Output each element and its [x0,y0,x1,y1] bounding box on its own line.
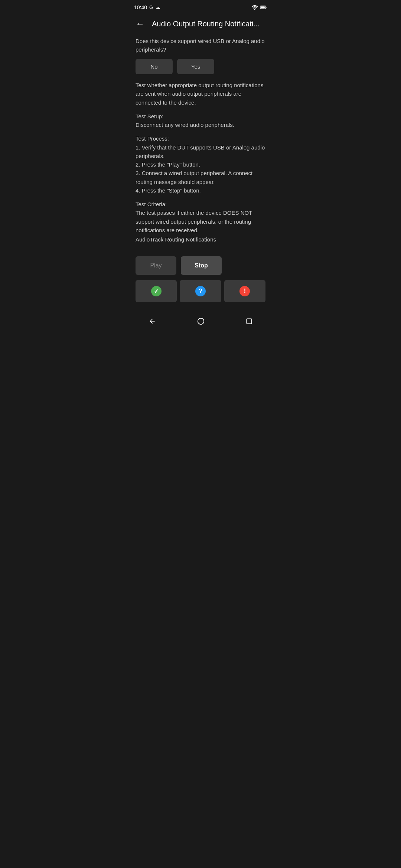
stop-button[interactable]: Stop [181,256,222,275]
status-bar-left: 10:40 G ☁ [134,4,160,11]
content-area: Does this device support wired USB or An… [128,34,273,256]
toolbar: ← Audio Output Routing Notificati... [128,13,273,34]
page-title: Audio Output Routing Notificati... [152,18,267,29]
criteria-body: The test passes if either the device DOE… [136,208,265,234]
play-stop-row: Play Stop [136,256,265,275]
process-section: Test Process: 1. Verify that the DUT sup… [136,134,265,195]
play-button[interactable]: Play [136,256,176,275]
process-line-1: 1. Verify that the DUT supports USB or A… [136,143,265,161]
status-bar: 10:40 G ☁ [128,0,273,13]
pass-button[interactable]: ✓ [136,280,177,302]
back-button[interactable]: ← [134,17,146,30]
google-label: G [149,4,153,11]
process-title: Test Process: [136,134,265,143]
info-icon: ? [195,286,206,296]
process-line-3: 3. Connect a wired output peripheral. A … [136,169,265,186]
description-text: Test whether appropriate output routing … [136,81,265,107]
question-text: Does this device support wired USB or An… [136,37,265,54]
setup-body: Disconnect any wired audio peripherals. [136,122,234,128]
nav-back-button[interactable] [146,315,159,328]
nav-recent-icon [246,318,252,325]
time-label: 10:40 [134,4,147,11]
yes-button[interactable]: Yes [177,59,214,74]
fail-button[interactable]: ! [224,280,265,302]
nav-back-icon [149,318,156,325]
process-line-4: 4. Press the "Stop" button. [136,186,265,195]
nav-recent-button[interactable] [243,315,255,328]
svg-point-0 [254,9,255,10]
no-button[interactable]: No [136,59,173,74]
nav-home-icon [197,317,205,325]
svg-point-3 [198,318,204,325]
setup-section: Test Setup: Disconnect any wired audio p… [136,112,265,129]
nav-bar [128,310,273,334]
pass-icon: ✓ [151,286,162,296]
info-button[interactable]: ? [180,280,221,302]
criteria-section: Test Criteria: The test passes if either… [136,200,265,244]
setup-title: Test Setup: [136,112,265,121]
track-label: AudioTrack Routing Notifications [136,235,265,244]
nav-home-button[interactable] [194,314,208,328]
process-line-2: 2. Press the "Play" button. [136,160,265,169]
bottom-section: Play Stop ✓ ? ! [128,256,273,310]
wifi-icon [251,5,258,10]
status-bar-right [251,5,267,10]
battery-icon [260,5,267,10]
svg-rect-4 [247,319,252,324]
fail-icon: ! [239,286,250,296]
choice-buttons: No Yes [136,59,265,74]
result-row: ✓ ? ! [136,280,265,302]
criteria-title: Test Criteria: [136,200,265,208]
cloud-icon: ☁ [155,4,160,11]
svg-rect-2 [261,6,265,9]
